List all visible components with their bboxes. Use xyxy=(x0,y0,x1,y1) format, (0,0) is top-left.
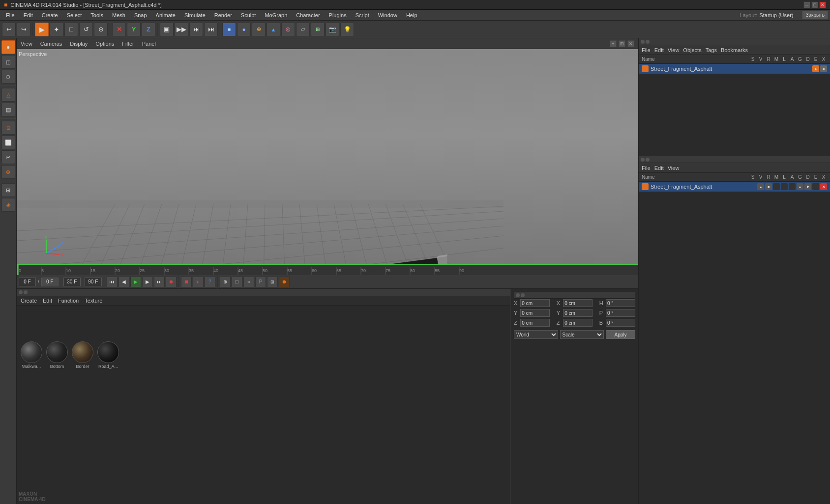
menu-window[interactable]: Window xyxy=(374,11,401,19)
end-frame-input[interactable] xyxy=(85,278,102,286)
minimize-button[interactable]: ─ xyxy=(803,1,810,8)
coord-b-input[interactable] xyxy=(606,319,635,327)
menu-create[interactable]: Create xyxy=(38,11,62,19)
menu-animate[interactable]: Animate xyxy=(152,11,179,19)
keyframe-param-button[interactable]: P xyxy=(255,277,266,287)
close-ru-button[interactable]: Закрыть xyxy=(802,11,828,19)
polygon-mode-button[interactable]: ⬡ xyxy=(1,70,15,84)
close-window-button[interactable]: ✕ xyxy=(819,1,826,8)
material-item-border[interactable]: Border xyxy=(72,341,93,369)
viewport-layout-button[interactable]: ⊞ xyxy=(619,40,625,47)
current-frame-input[interactable] xyxy=(19,278,36,286)
animation-play-fwd[interactable]: ⏵ xyxy=(193,277,204,287)
menu-plugins[interactable]: Plugins xyxy=(325,11,351,19)
sphere-button[interactable]: ● xyxy=(237,23,251,36)
menu-edit[interactable]: Edit xyxy=(20,11,37,19)
attr-indicator-1[interactable]: ● xyxy=(757,183,764,190)
menu-mograph[interactable]: MoGraph xyxy=(261,11,291,19)
edge-mode-button[interactable]: ◫ xyxy=(1,55,15,69)
viewport-tab-view[interactable]: View xyxy=(21,41,32,47)
om-edit[interactable]: Edit xyxy=(654,47,664,53)
render-to-po-button[interactable]: ⏭ xyxy=(204,23,218,36)
cylinder-button[interactable]: ⊚ xyxy=(252,23,266,36)
fps-display[interactable] xyxy=(63,278,81,286)
coord-h-input[interactable] xyxy=(606,299,635,307)
torus-button[interactable]: ◎ xyxy=(281,23,295,36)
workplane-button[interactable]: ⬜ xyxy=(1,136,15,149)
animation-stop-button[interactable]: ⏹ xyxy=(181,277,192,287)
grid-button[interactable]: ⊞ xyxy=(1,183,15,197)
record-button[interactable]: ⏺ xyxy=(166,277,177,287)
material-menu-edit[interactable]: Edit xyxy=(43,298,52,304)
om-view[interactable]: View xyxy=(668,47,680,53)
am-view[interactable]: View xyxy=(668,165,680,171)
am-file[interactable]: File xyxy=(642,165,651,171)
magnet-button[interactable]: ⊛ xyxy=(1,165,15,179)
floor-button[interactable]: ◈ xyxy=(1,198,15,212)
menu-simulate[interactable]: Simulate xyxy=(180,11,209,19)
coord-y-pos-input[interactable] xyxy=(520,309,550,317)
am-edit[interactable]: Edit xyxy=(654,165,664,171)
scale-tool-button[interactable]: □ xyxy=(64,23,78,36)
coord-type-dropdown[interactable]: Scale Size xyxy=(560,330,604,339)
cube-button[interactable]: ■ xyxy=(222,23,236,36)
move-tool-button[interactable]: ✦ xyxy=(50,23,63,36)
menu-help[interactable]: Help xyxy=(402,11,421,19)
material-menu-texture[interactable]: Texture xyxy=(85,298,102,304)
viewport-close-button[interactable]: ✕ xyxy=(627,40,634,47)
material-item-road[interactable]: Road_A... xyxy=(97,341,119,369)
coord-space-dropdown[interactable]: World Object xyxy=(514,330,558,339)
rotate-tool-button[interactable]: ↺ xyxy=(79,23,93,36)
object-mode-button[interactable]: △ xyxy=(1,88,15,102)
plane-button[interactable]: ▱ xyxy=(296,23,310,36)
point-mode-button[interactable]: ● xyxy=(1,40,15,54)
undo-button[interactable]: ↩ xyxy=(2,23,16,36)
redo-button[interactable]: ↪ xyxy=(17,23,30,36)
menu-render[interactable]: Render xyxy=(210,11,236,19)
knife-button[interactable]: ✂ xyxy=(1,150,15,164)
material-menu-function[interactable]: Function xyxy=(58,298,79,304)
menu-snap[interactable]: Snap xyxy=(130,11,151,19)
viewport-tab-display[interactable]: Display xyxy=(70,41,88,47)
render-picture-button[interactable]: ⏭ xyxy=(189,23,203,36)
z-axis-button[interactable]: Z xyxy=(142,23,155,36)
restore-button[interactable]: □ xyxy=(811,1,818,8)
object-row-street[interactable]: Street_Fragment_Asphalt ● ■ xyxy=(639,64,830,74)
menu-tools[interactable]: Tools xyxy=(87,11,107,19)
material-menu-create[interactable]: Create xyxy=(21,298,37,304)
coord-p-input[interactable] xyxy=(606,309,635,317)
menu-character[interactable]: Character xyxy=(292,11,324,19)
transform-button[interactable]: ⊕ xyxy=(94,23,108,36)
attr-indicator-7[interactable]: ▶ xyxy=(804,183,811,190)
go-to-start-button[interactable]: ⏮ xyxy=(107,277,118,287)
go-to-end-button[interactable]: ⏭ xyxy=(154,277,165,287)
play-button[interactable]: ▶ xyxy=(130,277,141,287)
attr-delete-button[interactable]: ✕ xyxy=(820,183,827,190)
coord-x-pos-input[interactable] xyxy=(520,299,550,307)
menu-mesh[interactable]: Mesh xyxy=(108,11,129,19)
menu-script[interactable]: Script xyxy=(352,11,373,19)
om-tags[interactable]: Tags xyxy=(706,47,717,53)
menu-sculpt[interactable]: Sculpt xyxy=(237,11,260,19)
attr-indicator-6[interactable]: ▲ xyxy=(797,183,803,190)
keyframe-move-button[interactable]: ⊕ xyxy=(220,277,231,287)
coord-x-scale-input[interactable] xyxy=(563,299,593,307)
menu-select[interactable]: Select xyxy=(63,11,86,19)
viewport-3d[interactable]: Perspective Z Y X xyxy=(17,49,638,264)
attr-row-street[interactable]: Street_Fragment_Asphalt ● ■ ▲ ▶ ✕ xyxy=(639,182,830,192)
object-tag-orange[interactable]: ● xyxy=(812,65,819,72)
menu-file[interactable]: File xyxy=(2,11,19,19)
viewport-tab-panel[interactable]: Panel xyxy=(142,41,156,47)
autokey-button[interactable]: ⏺ xyxy=(279,277,290,287)
snap-button[interactable]: ⊡ xyxy=(1,121,15,135)
light-button[interactable]: 💡 xyxy=(340,23,354,36)
keyframe-rotate-button[interactable]: ○ xyxy=(243,277,254,287)
viewport-tab-options[interactable]: Options xyxy=(95,41,114,47)
viewport-tab-cameras[interactable]: Cameras xyxy=(40,41,62,47)
step-forward-button[interactable]: ▶ xyxy=(142,277,153,287)
attr-indicator-2[interactable]: ■ xyxy=(765,183,772,190)
current-frame-display[interactable] xyxy=(41,278,59,286)
select-tool-button[interactable]: ▶ xyxy=(35,23,49,36)
step-back-button[interactable]: ◀ xyxy=(119,277,129,287)
viewport-tab-filter[interactable]: Filter xyxy=(122,41,134,47)
